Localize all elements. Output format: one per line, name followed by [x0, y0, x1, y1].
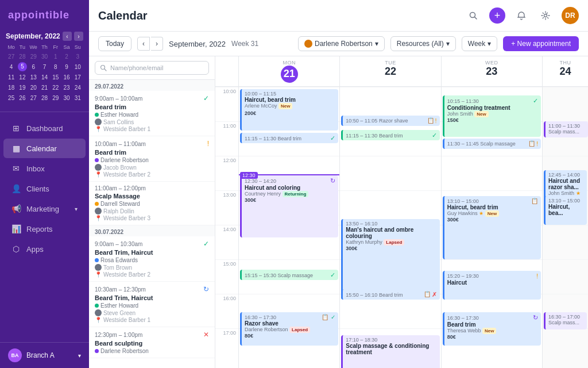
appointment-block[interactable]: 13:50 – 16:10 Man's haircut and ombre co… [341, 219, 439, 300]
top-bar: Calendar + DR [89, 0, 588, 32]
col-header-thu: THU 24 [542, 56, 588, 86]
branch-name: Branch A [26, 351, 55, 359]
staff-avatar-icon [304, 40, 312, 48]
calendar-icon: ▦ [11, 144, 21, 153]
calendar-grid: MON 21 TUE 22 WED 23 THU 24 [215, 56, 588, 368]
avatar-small [95, 208, 102, 214]
view-selector[interactable]: Week ▾ [462, 36, 497, 51]
appointment-block[interactable]: 10:00 – 11:15 Haircut, beard trim Arlene… [240, 89, 338, 131]
branch-arrow-icon: ▾ [78, 352, 81, 359]
search-icon [469, 11, 478, 20]
status-check-icon: ✓ [203, 240, 209, 248]
location-icon: 📍 [95, 126, 102, 132]
staff-selector[interactable]: Darlene Robertson ▾ [298, 36, 385, 51]
calendar-grid-body: 10:00 11:00 12:00 13:00 14:00 15:00 16:0… [215, 87, 588, 368]
avatar-small [95, 164, 102, 171]
staff-dot [95, 258, 99, 262]
status-check-icon: ✓ [203, 94, 209, 102]
calendar-header-row: MON 21 TUE 22 WED 23 THU 24 [215, 56, 588, 87]
appointment-block[interactable]: 11:15 – 11:30 Beard trim ✓ [240, 133, 338, 143]
staff-dot [95, 113, 99, 117]
sidebar-item-clients[interactable]: 👤 Clients [3, 179, 86, 198]
marketing-arrow-icon: ▾ [75, 206, 78, 212]
new-appointment-button[interactable]: + New appointment [503, 36, 579, 51]
appointment-block[interactable]: 15:50 – 16:10 Beard trim 📋 ✗ [341, 289, 439, 300]
col-header-wed: WED 23 [441, 56, 542, 86]
appointment-block[interactable]: 11:00 – 11:30 Scalp mass... [544, 121, 588, 137]
appointment-block[interactable]: 11:15 – 11:30 Beard trim ✓ [341, 130, 439, 140]
note-icon: 📋 [531, 198, 538, 204]
appointment-list-panel: Name/phone/email 29.07.2022 9:00am – 10:… [89, 56, 215, 368]
notifications-button[interactable] [513, 7, 529, 24]
sidebar-item-label: Inbox [26, 164, 45, 173]
star-icon: ★ [576, 190, 581, 196]
appointment-block[interactable]: 16:30 – 17:30 ↻ Beard trim Theresa Webb … [443, 312, 541, 346]
check-icon: ✓ [533, 97, 538, 105]
add-button[interactable]: + [489, 7, 505, 24]
check-icon: ✓ [330, 271, 335, 279]
sidebar-item-dashboard[interactable]: ⊞ Dashboard [3, 118, 86, 138]
search-placeholder: Name/phone/email [110, 64, 163, 71]
star-icon: ★ [479, 210, 483, 216]
apps-icon: ⬡ [11, 244, 21, 254]
next-week-button[interactable]: › [151, 37, 163, 51]
appointment-block[interactable]: 16:30 – 17:30 📋 ✓ Razor shave Darlene Ro… [240, 312, 338, 346]
svg-point-3 [101, 66, 105, 70]
branch-avatar: BA [8, 348, 22, 362]
search-icon [100, 64, 107, 71]
list-item[interactable]: 9:00am – 10:30am ✓ Beard Trim, Haircut R… [89, 236, 215, 282]
sidebar-item-apps[interactable]: ⬡ Apps [3, 239, 86, 259]
appointment-block[interactable]: 15:15 – 15:30 Scalp massage ✓ [240, 270, 338, 280]
settings-button[interactable] [537, 7, 554, 24]
appointment-block[interactable]: 12:30 – 14:20 ↻ Haircut and coloring Cou… [240, 175, 338, 237]
warning-icon: ! [435, 117, 437, 124]
appointment-block[interactable]: 13:10 – 15:00 📋 Haircut, beard trim Guy … [443, 196, 541, 259]
mini-cal-prev[interactable]: ‹ [63, 32, 72, 41]
sidebar-divider [0, 112, 89, 112]
app-logo: appointible [0, 0, 89, 27]
list-item[interactable]: 11:00am – 12:00pm Scalp Massage Darrell … [89, 182, 215, 225]
mini-cal-header: September, 2022 ‹ › [6, 32, 83, 41]
sync-icon: ↻ [330, 177, 335, 185]
warning-icon: ! [536, 140, 538, 147]
appointment-block[interactable]: 10:15 – 11:30 ✓ Conditioning treatment J… [443, 95, 541, 137]
sidebar-item-calendar[interactable]: ▦ Calendar [3, 139, 86, 158]
today-button[interactable]: Today [98, 36, 131, 51]
page-title: Calendar [98, 9, 458, 22]
sidebar-footer: BA Branch A ▾ [0, 342, 89, 368]
col-header-tue: TUE 22 [339, 56, 440, 86]
list-item[interactable]: 9:00am – 10:00am ✓ Beard trim Esther How… [89, 91, 215, 136]
sidebar-item-label: Clients [26, 185, 49, 193]
sidebar-item-label: Dashboard [26, 124, 63, 133]
search-button[interactable] [465, 7, 481, 24]
user-avatar[interactable]: DR [562, 7, 579, 24]
appointment-block[interactable]: 11:30 – 11:45 Scalp massage 📋 ! [443, 139, 541, 149]
search-box[interactable]: Name/phone/email [95, 61, 209, 75]
top-icons: + DR [465, 7, 579, 24]
appointment-block[interactable]: 16:30 – 17:00 Scalp mass... [544, 312, 587, 329]
appointment-block[interactable]: 10:50 – 11:05 Razor shave 📋 ! [341, 116, 439, 126]
cancel-icon: ✗ [432, 291, 437, 298]
status-warning-icon: ! [207, 140, 209, 148]
list-item[interactable]: 10:30am – 12:30pm ↻ Beard Trim, Haircut … [89, 282, 215, 327]
date-group-header: 30.07.2022 [89, 225, 215, 236]
current-date-label: September, 2022 [169, 40, 226, 48]
list-item[interactable]: 10:00am – 11:00am ! Beard trim Darlene R… [89, 136, 215, 182]
staff-dot [95, 202, 99, 206]
sync-icon: ↻ [533, 314, 538, 321]
day-column-mon: 12:30 10:00 – 11:15 Haircut, beard trim … [238, 87, 339, 368]
day-column-wed: 10:15 – 11:30 ✓ Conditioning treatment J… [441, 87, 542, 368]
date-group-header: 29.07.2022 [89, 80, 215, 91]
resource-selector[interactable]: Resources (All) ▾ [390, 36, 456, 51]
sidebar-item-inbox[interactable]: ✉ Inbox [3, 159, 86, 178]
prev-week-button[interactable]: ‹ [137, 37, 150, 51]
appointment-block[interactable]: 15:20 – 19:30 ! Haircut [443, 271, 541, 300]
sidebar-item-marketing[interactable]: 📢 Marketing ▾ [3, 199, 86, 218]
avatar-small [95, 118, 102, 125]
appointment-block[interactable]: 13:10 – 15:00 Haircut, bea... [544, 196, 587, 225]
appointment-block[interactable]: 17:10 – 18:30 Scalp massage & conditioni… [341, 335, 439, 368]
sidebar-item-reports[interactable]: 📊 Reports [3, 219, 86, 239]
col-header-mon: MON 21 [238, 56, 339, 86]
list-item[interactable]: 12:30pm – 1:00pm ✕ Beard sculpting Darle… [89, 327, 215, 358]
mini-cal-next[interactable]: › [74, 32, 83, 41]
